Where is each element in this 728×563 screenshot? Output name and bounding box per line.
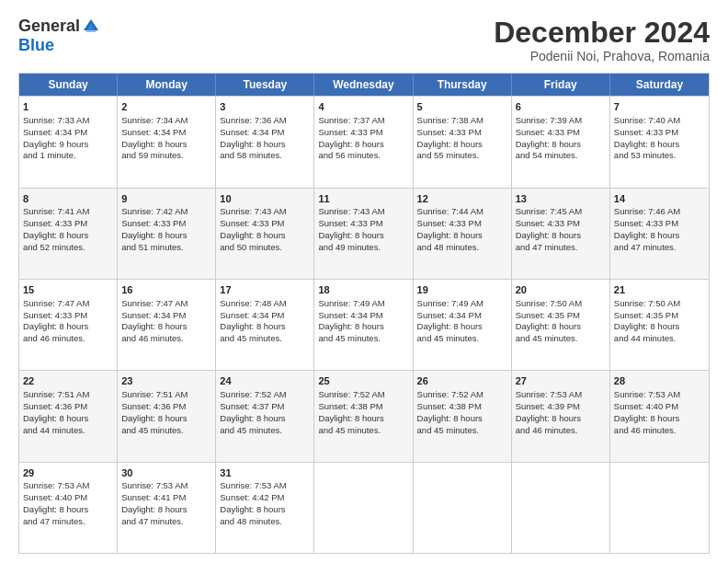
day-info: Daylight: 8 hours: [417, 413, 507, 425]
day-info: Daylight: 8 hours: [614, 321, 705, 333]
day-info: and 45 minutes.: [417, 333, 507, 345]
logo-general: General: [18, 17, 80, 36]
weekday-header: Tuesday: [216, 74, 314, 96]
calendar-cell: 28Sunrise: 7:53 AMSunset: 4:40 PMDayligh…: [610, 371, 709, 461]
calendar-cell: [314, 463, 413, 553]
day-info: Sunrise: 7:43 AM: [318, 206, 408, 218]
day-info: Sunset: 4:34 PM: [318, 310, 408, 322]
day-info: Sunrise: 7:49 AM: [318, 298, 408, 310]
day-number: 3: [220, 100, 310, 114]
day-info: Sunset: 4:39 PM: [516, 401, 606, 413]
weekday-header: Thursday: [414, 74, 512, 96]
day-info: Sunrise: 7:53 AM: [614, 389, 705, 401]
calendar-cell: 30Sunrise: 7:53 AMSunset: 4:41 PMDayligh…: [118, 463, 216, 553]
day-info: and 45 minutes.: [318, 425, 408, 437]
calendar-cell: 5Sunrise: 7:38 AMSunset: 4:33 PMDaylight…: [414, 97, 512, 187]
day-info: Sunset: 4:34 PM: [121, 127, 211, 139]
day-info: Daylight: 8 hours: [220, 230, 310, 242]
calendar-row: 15Sunrise: 7:47 AMSunset: 4:33 PMDayligh…: [19, 279, 709, 370]
day-info: Daylight: 8 hours: [23, 413, 113, 425]
calendar-cell: [512, 463, 610, 553]
weekday-header: Monday: [118, 74, 216, 96]
day-info: Daylight: 8 hours: [220, 504, 310, 516]
day-info: Sunrise: 7:47 AM: [23, 298, 113, 310]
day-number: 30: [121, 466, 211, 480]
day-info: and 46 minutes.: [121, 333, 211, 345]
day-info: Sunrise: 7:33 AM: [23, 115, 113, 127]
calendar-cell: [610, 463, 709, 553]
day-info: and 45 minutes.: [318, 333, 408, 345]
day-info: Daylight: 8 hours: [614, 413, 705, 425]
day-info: Sunrise: 7:40 AM: [614, 115, 705, 127]
day-info: Sunset: 4:38 PM: [318, 401, 408, 413]
calendar-row: 22Sunrise: 7:51 AMSunset: 4:36 PMDayligh…: [19, 370, 709, 461]
day-info: and 46 minutes.: [516, 425, 606, 437]
day-info: and 45 minutes.: [220, 333, 310, 345]
day-info: Sunset: 4:33 PM: [417, 127, 507, 139]
day-info: Sunset: 4:33 PM: [417, 218, 507, 230]
day-number: 16: [121, 283, 211, 297]
day-info: Sunrise: 7:47 AM: [121, 298, 211, 310]
calendar-cell: 25Sunrise: 7:52 AMSunset: 4:38 PMDayligh…: [314, 371, 413, 461]
day-info: Sunset: 4:33 PM: [614, 127, 705, 139]
day-info: Daylight: 8 hours: [318, 321, 408, 333]
day-info: and 49 minutes.: [318, 242, 408, 254]
day-number: 19: [417, 283, 507, 297]
calendar-cell: 24Sunrise: 7:52 AMSunset: 4:37 PMDayligh…: [216, 371, 314, 461]
day-info: Sunrise: 7:52 AM: [417, 389, 507, 401]
calendar-cell: 31Sunrise: 7:53 AMSunset: 4:42 PMDayligh…: [216, 463, 314, 553]
day-info: Daylight: 8 hours: [417, 139, 507, 151]
day-number: 5: [417, 100, 507, 114]
day-info: and 59 minutes.: [121, 150, 211, 162]
day-info: Sunrise: 7:37 AM: [318, 115, 408, 127]
day-number: 6: [516, 100, 606, 114]
day-number: 27: [516, 374, 606, 388]
day-info: Daylight: 8 hours: [318, 139, 408, 151]
day-info: Sunset: 4:33 PM: [23, 310, 113, 322]
day-info: and 47 minutes.: [614, 242, 705, 254]
header: General Blue December 2024 Podenii Noi, …: [18, 17, 710, 63]
day-number: 21: [614, 283, 705, 297]
calendar-cell: 7Sunrise: 7:40 AMSunset: 4:33 PMDaylight…: [610, 97, 709, 187]
calendar-row: 1Sunrise: 7:33 AMSunset: 4:34 PMDaylight…: [19, 96, 709, 187]
calendar: SundayMondayTuesdayWednesdayThursdayFrid…: [18, 73, 710, 554]
day-info: Sunrise: 7:48 AM: [220, 298, 310, 310]
calendar-cell: 27Sunrise: 7:53 AMSunset: 4:39 PMDayligh…: [512, 371, 610, 461]
day-info: and 58 minutes.: [220, 150, 310, 162]
calendar-cell: 2Sunrise: 7:34 AMSunset: 4:34 PMDaylight…: [118, 97, 216, 187]
title-section: December 2024 Podenii Noi, Prahova, Roma…: [494, 17, 710, 63]
logo-text: General: [18, 17, 100, 36]
day-info: Sunrise: 7:50 AM: [614, 298, 705, 310]
day-info: Daylight: 8 hours: [220, 321, 310, 333]
day-info: and 47 minutes.: [23, 516, 113, 528]
calendar-cell: 20Sunrise: 7:50 AMSunset: 4:35 PMDayligh…: [512, 280, 610, 370]
calendar-cell: 23Sunrise: 7:51 AMSunset: 4:36 PMDayligh…: [118, 371, 216, 461]
day-number: 12: [417, 192, 507, 206]
day-info: and 44 minutes.: [23, 425, 113, 437]
day-info: Sunrise: 7:49 AM: [417, 298, 507, 310]
day-info: Daylight: 8 hours: [121, 139, 211, 151]
day-number: 8: [23, 192, 113, 206]
day-info: and 48 minutes.: [220, 516, 310, 528]
day-info: Sunrise: 7:52 AM: [220, 389, 310, 401]
day-info: Daylight: 8 hours: [516, 230, 606, 242]
day-info: Sunset: 4:34 PM: [121, 310, 211, 322]
day-info: Sunset: 4:33 PM: [318, 127, 408, 139]
day-info: Daylight: 8 hours: [220, 139, 310, 151]
day-info: Daylight: 8 hours: [220, 413, 310, 425]
day-info: and 56 minutes.: [318, 150, 408, 162]
day-number: 24: [220, 374, 310, 388]
day-info: Sunrise: 7:34 AM: [121, 115, 211, 127]
calendar-body: 1Sunrise: 7:33 AMSunset: 4:34 PMDaylight…: [19, 96, 709, 553]
day-number: 17: [220, 283, 310, 297]
calendar-cell: 18Sunrise: 7:49 AMSunset: 4:34 PMDayligh…: [314, 280, 413, 370]
page: General Blue December 2024 Podenii Noi, …: [0, 0, 728, 563]
day-info: Sunrise: 7:36 AM: [220, 115, 310, 127]
calendar-cell: 13Sunrise: 7:45 AMSunset: 4:33 PMDayligh…: [512, 189, 610, 279]
weekday-header: Saturday: [610, 74, 709, 96]
day-info: Sunset: 4:33 PM: [318, 218, 408, 230]
day-info: Daylight: 8 hours: [23, 321, 113, 333]
calendar-cell: 10Sunrise: 7:43 AMSunset: 4:33 PMDayligh…: [216, 189, 314, 279]
day-number: 23: [121, 374, 211, 388]
month-title: December 2024: [494, 17, 710, 49]
